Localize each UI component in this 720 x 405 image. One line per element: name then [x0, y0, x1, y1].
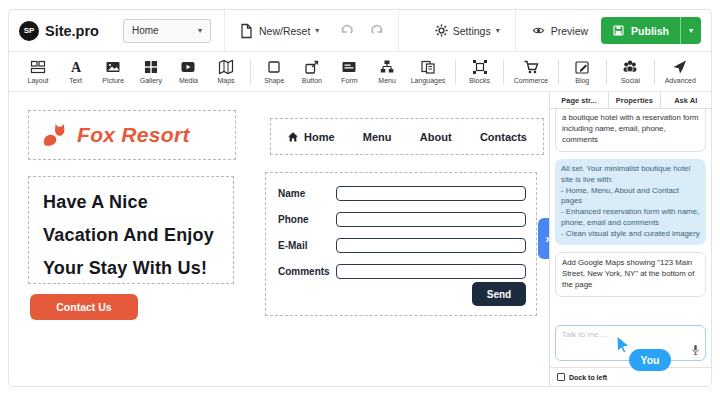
- redo-icon[interactable]: [370, 23, 385, 38]
- shape-icon: [266, 59, 282, 75]
- ai-panel: Page str... Properties Ask AI a boutique…: [549, 92, 711, 386]
- site-nav-block[interactable]: Home Menu About Contacts: [270, 118, 544, 155]
- toolbar-item-menu[interactable]: Menu: [373, 59, 401, 84]
- phone-field[interactable]: [336, 212, 526, 227]
- nav-item-about[interactable]: About: [420, 131, 452, 143]
- headline-line: Have A Nice: [43, 186, 233, 219]
- toolbar-item-blog[interactable]: Blog: [568, 59, 596, 84]
- divider: [654, 59, 655, 85]
- dock-to-left-label: Dock to left: [569, 374, 607, 381]
- nav-item-contacts[interactable]: Contacts: [480, 131, 527, 143]
- languages-icon: [420, 59, 436, 75]
- email-field[interactable]: [336, 238, 526, 253]
- blog-pencil-icon: [574, 59, 590, 75]
- settings-label: Settings: [453, 25, 491, 37]
- page-select[interactable]: Home ▾: [123, 19, 211, 43]
- remote-cursor: You: [616, 336, 632, 354]
- element-toolbar: Layout A Text Picture Gallery: [9, 52, 711, 92]
- toolbar-item-button[interactable]: Button: [298, 59, 326, 84]
- layout-icon: [30, 59, 46, 75]
- menu-sitemap-icon: [379, 59, 395, 75]
- headline-block[interactable]: Have A Nice Vacation And Enjoy Your Stay…: [28, 176, 234, 284]
- panel-footer: Dock to left: [550, 367, 711, 386]
- top-bar-right: Settings ▾ Preview Publish: [435, 10, 701, 52]
- divider: [515, 10, 516, 52]
- toolbar-item-commerce[interactable]: Commerce: [514, 59, 548, 84]
- toolbar-item-layout[interactable]: Layout: [24, 59, 52, 84]
- send-button[interactable]: Send: [472, 282, 526, 306]
- form-row: E-Mail: [278, 238, 526, 253]
- media-icon: [180, 59, 196, 75]
- divider: [455, 59, 456, 85]
- form-label-phone: Phone: [278, 214, 336, 225]
- headline-line: Your Stay With Us!: [43, 252, 233, 285]
- page-select-value: Home: [132, 25, 159, 36]
- divider: [224, 10, 225, 52]
- picture-icon: [105, 59, 121, 75]
- chat-message-assistant: All set. Your minimalist boutique hotel …: [555, 159, 706, 245]
- publish-button[interactable]: Publish: [601, 17, 680, 44]
- brand-name: Site.pro: [45, 23, 99, 39]
- toolbar-item-text[interactable]: A Text: [62, 59, 90, 84]
- chat-message-user: a boutique hotel with a reservation form…: [555, 109, 706, 152]
- svg-text:A: A: [71, 60, 82, 75]
- chat-message-user: Add Google Maps showing "123 Main Street…: [555, 252, 706, 297]
- new-reset-button[interactable]: New/Reset ▾: [238, 23, 319, 39]
- settings-button[interactable]: Settings ▾: [435, 24, 500, 37]
- preview-label: Preview: [551, 25, 588, 37]
- toolbar-item-advanced[interactable]: Advanced: [665, 59, 696, 84]
- toolbar-item-media[interactable]: Media: [174, 59, 202, 84]
- logo-block[interactable]: Fox Resort: [28, 110, 236, 160]
- toolbar-item-languages[interactable]: Languages: [411, 59, 446, 84]
- maps-icon: [218, 59, 234, 75]
- new-page-icon: [238, 23, 254, 39]
- dock-to-left-checkbox[interactable]: [557, 373, 565, 381]
- divider: [558, 59, 559, 85]
- form-label-name: Name: [278, 188, 336, 199]
- divider: [606, 59, 607, 85]
- toolbar-item-shape[interactable]: Shape: [260, 59, 288, 84]
- nav-item-menu[interactable]: Menu: [363, 131, 392, 143]
- form-row: Phone: [278, 212, 526, 227]
- tab-properties[interactable]: Properties: [609, 92, 660, 108]
- cursor-user-badge: You: [629, 349, 671, 371]
- chevron-down-icon: ▾: [315, 26, 319, 35]
- button-icon: [304, 59, 320, 75]
- chevron-down-icon: ▾: [496, 26, 500, 35]
- toolbar-item-gallery[interactable]: Gallery: [137, 59, 165, 84]
- divider: [250, 59, 251, 85]
- reservation-form-block[interactable]: Name Phone E-Mail Comments Send: [265, 172, 537, 316]
- form-row: Comments: [278, 264, 526, 279]
- main-area: Fox Resort Home Menu About Contacts Have…: [9, 92, 711, 386]
- name-field[interactable]: [336, 186, 526, 201]
- gear-icon: [435, 24, 448, 37]
- nav-item-home[interactable]: Home: [287, 131, 335, 143]
- divider: [503, 59, 504, 85]
- toolbar-item-blocks[interactable]: Blocks: [466, 59, 494, 84]
- new-reset-label: New/Reset: [259, 25, 310, 37]
- preview-button[interactable]: Preview: [531, 24, 588, 37]
- contact-us-button[interactable]: Contact Us: [30, 294, 138, 320]
- comments-field[interactable]: [336, 264, 526, 279]
- toolbar-item-social[interactable]: Social: [616, 59, 644, 84]
- panel-tabs: Page str... Properties Ask AI: [550, 92, 711, 109]
- toolbar-item-maps[interactable]: Maps: [212, 59, 240, 84]
- form-label-email: E-Mail: [278, 240, 336, 251]
- app-window: SP Site.pro Home ▾ New/Reset ▾: [8, 9, 712, 387]
- microphone-icon[interactable]: [690, 344, 701, 357]
- chevron-down-icon: ▾: [198, 26, 202, 35]
- publish-dropdown-button[interactable]: ▾: [681, 17, 701, 44]
- tab-ask-ai[interactable]: Ask AI: [661, 92, 711, 108]
- cart-icon: [523, 59, 539, 75]
- cursor-arrow-icon: [616, 336, 632, 354]
- chevron-down-icon: ▾: [689, 26, 693, 35]
- save-icon: [612, 24, 625, 37]
- toolbar-item-form[interactable]: Form: [335, 59, 363, 84]
- tab-page-structure[interactable]: Page str...: [550, 92, 609, 108]
- text-icon: A: [68, 59, 84, 75]
- editor-canvas[interactable]: Fox Resort Home Menu About Contacts Have…: [9, 92, 549, 386]
- headline-line: Vacation And Enjoy: [43, 219, 233, 252]
- undo-icon[interactable]: [339, 23, 354, 38]
- chat-history[interactable]: a boutique hotel with a reservation form…: [550, 109, 711, 325]
- toolbar-item-picture[interactable]: Picture: [99, 59, 127, 84]
